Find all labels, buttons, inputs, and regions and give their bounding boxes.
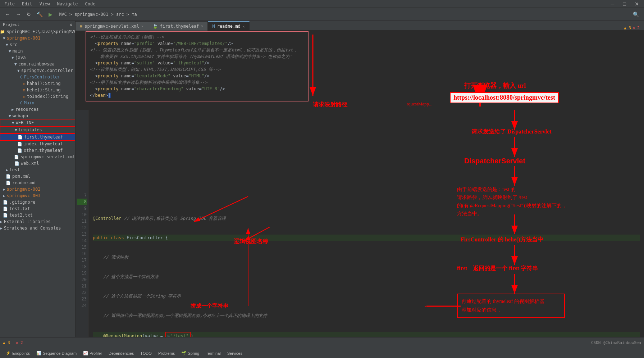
tree-label: Main — [24, 100, 35, 105]
tab-close-md[interactable]: ✕ — [243, 24, 245, 28]
search-button[interactable]: 🔍 — [631, 10, 641, 19]
tree-item-gitignore[interactable]: 📄 .gitignore — [0, 199, 75, 205]
tree-item-webinf[interactable]: ▼ WEB-INF — [0, 119, 75, 126]
tree-item-servlet-xml[interactable]: 📄 springmvc-servlet.xml — [0, 154, 75, 160]
package-icon: ▼ — [17, 68, 20, 73]
problems-button[interactable]: Problems — [155, 350, 178, 357]
tree-item-toindex[interactable]: m toIndex():String — [0, 93, 75, 100]
line-num-21: 21 — [77, 283, 87, 289]
tree-item-web-xml[interactable]: 📄 web.xml — [0, 160, 75, 167]
minimize-button[interactable]: ─ — [609, 0, 617, 8]
line-num-9: 9 — [77, 205, 87, 212]
tree-label: springmvc-001 — [7, 36, 41, 41]
tree-item-readme[interactable]: 📄 readme.md — [0, 180, 75, 186]
tree-item-ext-libs[interactable]: ▶ External Libraries — [0, 218, 75, 225]
tab-close-xml[interactable]: ✕ — [141, 24, 143, 28]
tree-label: .gitignore — [9, 200, 35, 205]
line-num-15: 15 — [77, 244, 87, 250]
tree-label: Scratches and Consoles — [4, 226, 61, 231]
close-button[interactable]: ✕ — [632, 0, 641, 8]
tree-item-other-thymeleaf[interactable]: 📄 other.thymeleaf — [0, 147, 75, 154]
tree-label: WEB-INF — [16, 120, 34, 125]
tree-item-webapp[interactable]: ▼ webapp — [0, 113, 75, 119]
code-editor[interactable]: 7 8 9 10 11 12 13 14 15 16 17 18 19 20 — [76, 110, 644, 337]
menu-code[interactable]: Code — [84, 1, 97, 7]
spring-button[interactable]: 🌱 Spring — [178, 350, 202, 357]
todo-button[interactable]: TODO — [137, 350, 155, 357]
code-content[interactable]: @Controller // 该注解表示,将该类交给 Spring IOC 容器… — [88, 110, 644, 337]
folder-icon: ▼ — [12, 55, 14, 60]
tree-item-springmvc-001[interactable]: ▼ springmvc-001 — [0, 35, 75, 41]
line-num-12: 12 — [77, 225, 87, 231]
tree-item-main-class[interactable]: C Main — [0, 100, 75, 106]
tree-item-pkg2[interactable]: ▼ springmvc.controller — [0, 67, 75, 74]
xml-comment-mode: <!--设置模板类型，例如：HTML,TEXT,JAVASCRIPT,CSS 等… — [90, 66, 304, 73]
terminal-button[interactable]: Terminal — [203, 350, 224, 357]
request-path-label: 请求映射路径 — [313, 101, 347, 109]
services-label: Services — [227, 351, 242, 355]
open-browser-text: 打开浏览器，输入 url — [464, 81, 526, 90]
tab-readme[interactable]: M readme.md ✕ — [208, 21, 249, 31]
tree-item-springmvc[interactable]: 📁 SpringMVC E:\Java\SpringMVC — [0, 28, 75, 35]
method-icon: m — [23, 88, 26, 92]
sidebar-settings-icon[interactable]: ⚙ — [70, 22, 72, 27]
tree-item-pom[interactable]: 📄 pom.xml — [0, 173, 75, 180]
tree-item-pkg1[interactable]: ▼ com.rainbowsea — [0, 61, 75, 67]
tab-servlet-xml[interactable]: ⊞ springmvc-servlet.xml ✕ — [76, 21, 148, 31]
xml-comment-line3: 将来要在 xxx.thymeleaf 文件中填写符合 ThymeleafLeaf… — [90, 53, 304, 60]
file-icon: 📄 — [17, 148, 22, 153]
endpoints-button[interactable]: ⚡ Endpoints — [3, 350, 33, 357]
menu-view[interactable]: View — [38, 1, 51, 7]
tree-label: External Libraries — [4, 219, 51, 224]
sequence-diagram-button[interactable]: 📊 Sequence Diagram — [33, 350, 79, 357]
back-button[interactable]: ← — [3, 10, 12, 19]
sidebar: Project ⚙ 📁 SpringMVC E:\Java\SpringMVC … — [0, 21, 76, 337]
tree-item-scratches[interactable]: ▶ Scratches and Consoles — [0, 225, 75, 231]
menu-edit[interactable]: Edit — [20, 1, 34, 7]
tree-label: springmvc-002 — [7, 187, 41, 192]
tree-item-haha[interactable]: m haha():String — [0, 80, 75, 87]
tab-close-leaf[interactable]: ✕ — [201, 24, 203, 28]
bottom-bar: ⚡ Endpoints 📊 Sequence Diagram 📈 Profile… — [0, 348, 644, 358]
file-icon: 📄 — [6, 181, 11, 185]
forward-button[interactable]: → — [14, 10, 23, 19]
tree-item-java[interactable]: ▼ java — [0, 54, 75, 61]
xml-property-prefix: <property name="prefix" value="/WEB-INF/… — [90, 40, 304, 47]
tree-item-hehe[interactable]: m hehe():String — [0, 87, 75, 93]
tab-label: first.thymeleaf — [160, 24, 199, 29]
tree-item-test2-txt[interactable]: 📄 test2.txt — [0, 212, 75, 218]
csdn-label: CSDN @ChinaRainbowSea — [591, 340, 641, 345]
profiler-button[interactable]: 📈 Profiler — [80, 350, 105, 357]
menu-navigate[interactable]: Navigate — [56, 1, 79, 7]
tree-item-templates[interactable]: ▼ templates — [0, 126, 75, 133]
tree-item-test[interactable]: ▶ test — [0, 167, 75, 173]
menu-file[interactable]: File — [3, 1, 16, 7]
tree-item-src[interactable]: ▼ src — [0, 41, 75, 48]
line-num-18: 18 — [77, 263, 87, 270]
tree-item-springmvc-003[interactable]: ▶ springmvc-003 — [0, 192, 75, 199]
tree-item-test-txt[interactable]: 📄 test.txt — [0, 205, 75, 212]
line-num-10: 10 — [77, 212, 87, 218]
services-button[interactable]: Services — [224, 350, 245, 357]
package-icon: ▼ — [14, 62, 17, 67]
tree-item-springmvc-002[interactable]: ▶ springmvc-002 — [0, 186, 75, 192]
tree-item-resources[interactable]: ▶ resources — [0, 106, 75, 113]
file-icon: 📄 — [14, 155, 19, 159]
tab-first-thymeleaf[interactable]: 🍃 first.thymeleaf ✕ — [148, 21, 208, 31]
dependencies-button[interactable]: Dependencies — [106, 350, 137, 357]
spring-label: Spring — [188, 351, 199, 355]
build-button[interactable]: 🔨 — [35, 10, 45, 19]
tree-item-first-thymeleaf[interactable]: 📄 first.thymeleaf — [0, 133, 75, 141]
tree-item-firscontroller[interactable]: C FirsController — [0, 74, 75, 80]
tree-item-index-thymeleaf[interactable]: 📄 index.thymeleaf — [0, 141, 75, 147]
code-line-9: // 请求映射 — [93, 254, 640, 260]
error-count: ✕ 2 — [632, 26, 640, 30]
tree-item-main[interactable]: ▼ main — [0, 48, 75, 54]
spring-icon: 🌱 — [181, 351, 186, 355]
line-num-7: 7 — [77, 192, 87, 199]
run-button[interactable]: ▶ — [46, 10, 55, 19]
refresh-button[interactable]: ↻ — [24, 10, 33, 19]
folder-icon: ▶ — [6, 168, 8, 172]
tree-label: src — [10, 42, 18, 47]
maximize-button[interactable]: □ — [621, 0, 628, 8]
